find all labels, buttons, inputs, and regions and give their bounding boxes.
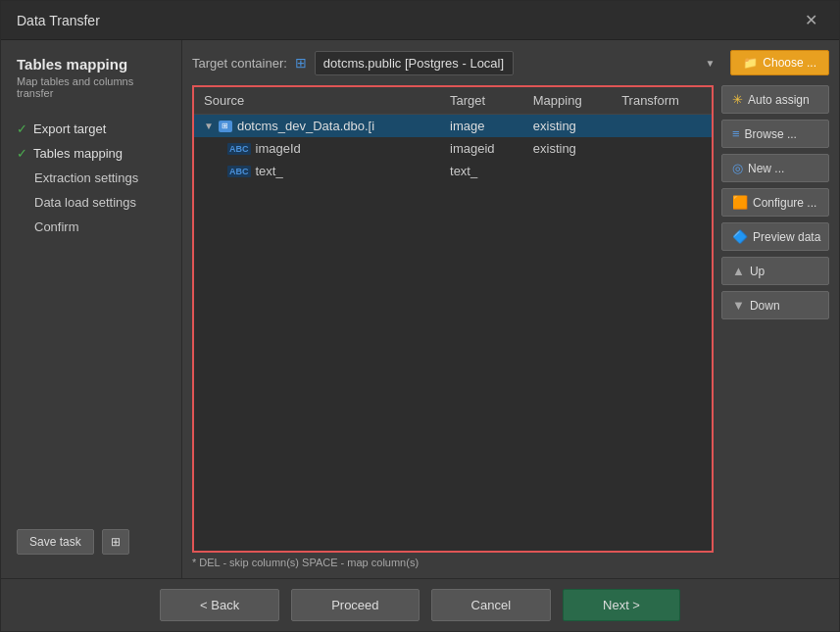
abc-icon: ABC — [227, 143, 251, 155]
expand-arrow-icon: ▼ — [204, 121, 214, 131]
footer: < Back Proceed Cancel Next > — [1, 578, 839, 631]
col-target: Target — [440, 87, 523, 115]
auto-assign-button[interactable]: ✳ Auto assign — [721, 85, 829, 114]
main-content: Target container: ⊞ dotcms.public [Postg… — [182, 40, 839, 578]
down-icon: ▼ — [732, 298, 745, 313]
col-mapping: Mapping — [523, 87, 612, 115]
nav-label-confirm: Confirm — [34, 219, 79, 234]
hint-text: * DEL - skip column(s) SPACE - map colum… — [192, 553, 714, 568]
sidebar-title: Tables mapping — [17, 56, 166, 73]
mapping-cell: existing — [523, 115, 612, 138]
up-button[interactable]: ▲ Up — [721, 257, 829, 285]
table-header-row: Source Target Mapping Transform — [194, 87, 712, 115]
source-value: imageId — [256, 141, 301, 156]
mapping-table: Source Target Mapping Transform — [194, 87, 712, 182]
save-icon: ⊞ — [111, 535, 121, 549]
down-label: Down — [750, 299, 780, 313]
choose-label: Choose ... — [763, 56, 816, 70]
folder-icon: 📁 — [743, 56, 758, 70]
source-cell: ABC text_ — [194, 160, 440, 182]
configure-label: Configure ... — [753, 196, 816, 210]
col-source: Source — [194, 87, 440, 115]
check-icon: ✓ — [17, 122, 27, 136]
sidebar-header: Tables mapping Map tables and columns tr… — [1, 52, 181, 101]
cancel-button[interactable]: Cancel — [431, 589, 551, 621]
target-cell: text_ — [440, 160, 523, 182]
table-row[interactable]: ABC imageId imageid existing — [194, 137, 712, 160]
browse-icon: ≡ — [732, 126, 740, 141]
browse-button[interactable]: ≡ Browse ... — [721, 120, 829, 148]
save-task-button[interactable]: Save task — [17, 529, 94, 555]
sidebar-nav: ✓ Export target ✓ Tables mapping Extract… — [1, 117, 181, 239]
check-icon: ✓ — [17, 146, 27, 161]
transform-cell — [612, 137, 712, 160]
table-row[interactable]: ABC text_ text_ — [194, 160, 712, 182]
target-select-wrapper: dotcms.public [Postgres - Local] — [315, 51, 722, 75]
mapping-cell: existing — [523, 137, 612, 160]
target-cell: imageid — [440, 137, 523, 160]
browse-label: Browse ... — [745, 127, 797, 141]
table-row[interactable]: ▼ ⊞ dotcms_dev_Data.dbo.[i image existin… — [194, 115, 712, 138]
target-container-label: Target container: — [192, 56, 287, 71]
nav-label-extraction-settings: Extraction settings — [34, 170, 138, 185]
new-icon: ◎ — [732, 161, 743, 175]
target-container-select[interactable]: dotcms.public [Postgres - Local] — [315, 51, 514, 75]
preview-data-label: Preview data — [753, 230, 820, 244]
nav-label-tables-mapping: Tables mapping — [33, 146, 123, 161]
sidebar-item-data-load-settings[interactable]: Data load settings — [1, 190, 181, 215]
sidebar-item-confirm[interactable]: Confirm — [1, 215, 181, 239]
configure-icon: 🟧 — [732, 195, 748, 210]
right-buttons-panel: ✳ Auto assign ≡ Browse ... ◎ New ... 🟧 C… — [721, 85, 829, 568]
source-cell: ABC imageId — [194, 137, 440, 160]
preview-data-button[interactable]: 🔷 Preview data — [721, 222, 829, 251]
col-transform: Transform — [612, 87, 712, 115]
source-value: text_ — [256, 164, 283, 178]
sidebar: Tables mapping Map tables and columns tr… — [1, 40, 182, 578]
table-area: Source Target Mapping Transform — [192, 85, 829, 568]
sidebar-subtitle: Map tables and columns transfer — [17, 75, 166, 99]
source-value: dotcms_dev_Data.dbo.[i — [237, 119, 374, 133]
source-cell: ▼ ⊞ dotcms_dev_Data.dbo.[i — [194, 115, 440, 138]
title-bar: Data Transfer ✕ — [1, 1, 839, 40]
auto-assign-label: Auto assign — [748, 93, 810, 107]
up-icon: ▲ — [732, 264, 745, 278]
save-task-icon-button[interactable]: ⊞ — [102, 529, 129, 555]
nav-label-data-load-settings: Data load settings — [34, 195, 136, 210]
star-icon: ✳ — [732, 92, 743, 107]
dialog-title: Data Transfer — [17, 13, 100, 28]
choose-button[interactable]: 📁 Choose ... — [730, 50, 829, 75]
proceed-button[interactable]: Proceed — [291, 589, 419, 621]
sidebar-item-export-target[interactable]: ✓ Export target — [1, 117, 181, 141]
sidebar-bottom: Save task ⊞ — [1, 517, 181, 566]
new-button[interactable]: ◎ New ... — [721, 154, 829, 182]
data-transfer-dialog: Data Transfer ✕ Tables mapping Map table… — [0, 0, 840, 632]
transform-cell — [612, 115, 712, 138]
configure-button[interactable]: 🟧 Configure ... — [721, 188, 829, 217]
new-label: New ... — [748, 162, 784, 175]
up-label: Up — [750, 265, 765, 278]
preview-icon: 🔷 — [732, 229, 748, 244]
db-table-icon: ⊞ — [219, 121, 232, 132]
close-button[interactable]: ✕ — [799, 9, 823, 31]
sidebar-item-extraction-settings[interactable]: Extraction settings — [1, 166, 181, 190]
sidebar-item-tables-mapping[interactable]: ✓ Tables mapping — [1, 141, 181, 166]
nav-label-export-target: Export target — [33, 122, 106, 136]
abc-icon: ABC — [227, 166, 251, 177]
back-button[interactable]: < Back — [160, 589, 279, 621]
target-container-row: Target container: ⊞ dotcms.public [Postg… — [192, 50, 829, 75]
down-button[interactable]: ▼ Down — [721, 291, 829, 319]
transform-cell — [612, 160, 712, 182]
content-area: Tables mapping Map tables and columns tr… — [1, 40, 839, 578]
target-cell: image — [440, 115, 523, 138]
next-button[interactable]: Next > — [563, 589, 680, 621]
target-container-icon: ⊞ — [295, 55, 307, 71]
mapping-table-container: Source Target Mapping Transform — [192, 85, 714, 553]
mapping-cell — [523, 160, 612, 182]
